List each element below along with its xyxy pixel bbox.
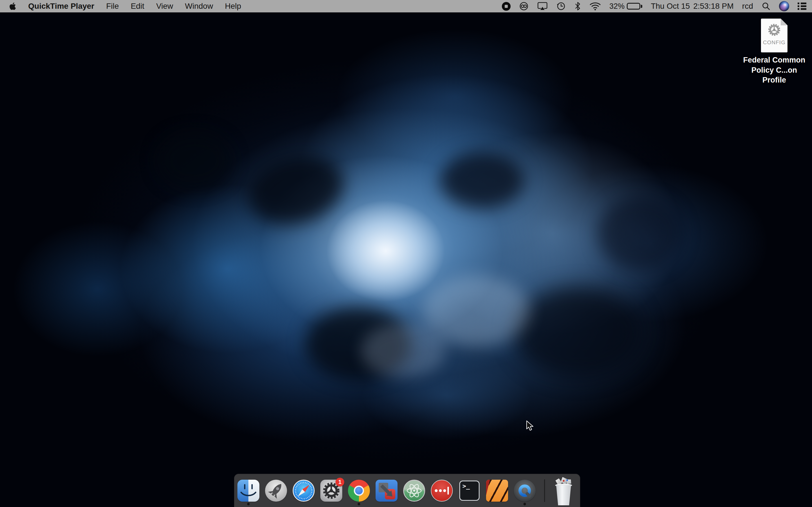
wallpaper-smoke	[513, 287, 643, 378]
battery-menu[interactable]: 32%	[609, 2, 642, 11]
dock-item-finder[interactable]	[238, 480, 259, 502]
apple-logo-icon	[9, 2, 16, 10]
dock-item-atom[interactable]	[403, 480, 425, 502]
dock-item-google-chrome[interactable]	[348, 480, 370, 502]
desktop-file-federal-common-policy[interactable]: CONFIG Federal Common Policy C...on Prof…	[739, 18, 810, 86]
stop-recording-icon[interactable]	[502, 2, 511, 11]
page-fold	[781, 18, 788, 25]
battery-icon	[627, 3, 642, 10]
notification-badge: 1	[336, 478, 344, 487]
trash-icon	[556, 485, 571, 505]
spotlight-search-icon[interactable]	[762, 2, 770, 11]
menu-bar-clock[interactable]: Thu Oct 152:53:18 PM	[651, 2, 733, 11]
wallpaper	[0, 0, 812, 507]
menu-view[interactable]: View	[156, 2, 173, 11]
wallpaper-smoke	[440, 152, 524, 209]
dock: 1	[234, 474, 580, 507]
user-switch-menu[interactable]: rcd	[742, 2, 753, 11]
dock-divider	[544, 480, 545, 502]
terminal-icon: >_	[459, 481, 479, 501]
bluetooth-icon[interactable]	[574, 1, 581, 11]
menu-bar: QuickTime Player File Edit View Window H…	[0, 0, 812, 12]
dock-item-terminal[interactable]: >_	[458, 480, 480, 502]
dock-item-quicktime-player[interactable]	[514, 480, 536, 502]
adobe-creative-cloud-icon[interactable]	[519, 1, 529, 11]
running-indicator	[358, 503, 360, 505]
google-chrome-icon	[348, 480, 370, 502]
active-app-menu[interactable]: QuickTime Player	[28, 2, 94, 11]
quicktime-player-icon	[514, 480, 536, 502]
wallpaper-cloud	[361, 324, 446, 378]
siri-icon[interactable]	[779, 1, 789, 11]
dock-item-safari[interactable]	[293, 480, 315, 502]
notification-center-icon[interactable]	[798, 3, 806, 10]
apple-menu[interactable]	[9, 2, 16, 10]
launchpad-icon	[265, 480, 287, 502]
wallpaper-cloud	[423, 276, 530, 346]
menu-edit[interactable]: Edit	[131, 2, 144, 11]
menu-window[interactable]: Window	[185, 2, 213, 11]
menu-bar-status: 32% Thu Oct 152:53:18 PM rcd	[502, 0, 812, 12]
running-indicator	[523, 503, 526, 505]
atom-icon	[403, 480, 425, 502]
config-badge-text: CONFIG	[763, 40, 785, 46]
time-machine-icon[interactable]	[556, 1, 566, 11]
dock-item-trash[interactable]	[553, 478, 574, 506]
wallpaper-smoke	[158, 132, 231, 189]
dock-item-vmware-fusion[interactable]	[375, 480, 398, 502]
wallpaper-smoke	[598, 197, 682, 270]
running-indicator	[247, 503, 250, 505]
menu-help[interactable]: Help	[225, 2, 241, 11]
wifi-icon[interactable]	[590, 2, 601, 11]
mouse-cursor	[526, 420, 534, 432]
desktop: QuickTime Player File Edit View Window H…	[0, 0, 812, 507]
config-gear-icon	[766, 22, 782, 39]
airplay-icon[interactable]	[537, 2, 548, 11]
finder-icon	[238, 480, 259, 502]
dock-item-system-preferences[interactable]: 1	[320, 480, 342, 502]
menu-file[interactable]: File	[106, 2, 119, 11]
battery-percent: 32%	[609, 2, 624, 11]
dock-item-launchpad[interactable]	[265, 480, 287, 502]
safari-icon	[293, 480, 315, 502]
dock-item-affinity-publisher[interactable]	[486, 480, 508, 502]
affinity-publisher-icon	[486, 480, 508, 502]
wallpaper-smoke	[241, 147, 351, 234]
config-profile-document-icon: CONFIG	[761, 18, 788, 52]
vmware-fusion-icon	[375, 480, 398, 502]
lastpass-icon	[431, 480, 453, 502]
dock-item-lastpass[interactable]	[431, 480, 453, 502]
menu-bar-left: QuickTime Player File Edit View Window H…	[0, 0, 241, 12]
desktop-file-label: Federal Common Policy C...on Profile	[739, 55, 810, 86]
